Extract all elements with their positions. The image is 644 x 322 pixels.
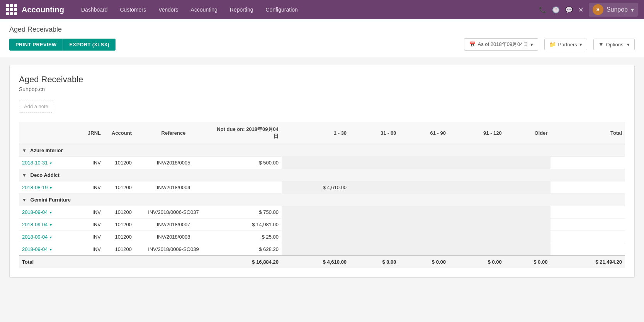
row-31-60 bbox=[350, 181, 399, 194]
group-toggle-deco[interactable]: ▼ bbox=[22, 173, 27, 178]
date-link[interactable]: 2018-09-04 bbox=[22, 209, 48, 215]
row-jrnl: INV bbox=[81, 181, 104, 194]
col-header-31-60: 31 - 60 bbox=[350, 122, 399, 144]
row-91-120 bbox=[449, 181, 505, 194]
row-jrnl: INV bbox=[81, 206, 104, 219]
options-filter[interactable]: ▼ Options: ▾ bbox=[593, 39, 635, 50]
calendar-icon: 📅 bbox=[469, 41, 476, 47]
row-31-60 bbox=[350, 231, 399, 243]
date-link[interactable]: 2018-08-19 bbox=[22, 185, 48, 190]
group-row-azure: ▼ Azure Interior bbox=[19, 144, 625, 157]
date-dropdown-icon[interactable]: ▾ bbox=[50, 223, 52, 227]
row-date: 2018-09-04 ▾ bbox=[19, 206, 81, 219]
row-not-due: $ 500.00 bbox=[212, 157, 282, 169]
date-dropdown-icon[interactable]: ▾ bbox=[50, 210, 52, 215]
chat-icon[interactable]: 💬 bbox=[565, 6, 573, 14]
date-chevron-icon: ▾ bbox=[530, 42, 533, 47]
row-not-due bbox=[212, 181, 282, 194]
row-91-120 bbox=[449, 243, 505, 256]
partners-filter-label: Partners bbox=[558, 42, 577, 47]
row-older bbox=[505, 243, 551, 256]
nav-dashboard[interactable]: Dashboard bbox=[75, 0, 114, 19]
date-link[interactable]: 2018-09-04 bbox=[22, 234, 48, 240]
row-61-90 bbox=[399, 157, 449, 169]
row-date: 2018-10-31 ▾ bbox=[19, 157, 81, 169]
date-dropdown-icon[interactable]: ▾ bbox=[50, 247, 52, 252]
col-header-reference: Reference bbox=[135, 122, 212, 144]
row-account: 101200 bbox=[104, 157, 135, 169]
col-header-total: Total bbox=[551, 122, 625, 144]
nav-configuration[interactable]: Configuration bbox=[260, 0, 304, 19]
group-toggle-gemini[interactable]: ▼ bbox=[22, 197, 27, 203]
close-icon[interactable]: ✕ bbox=[578, 6, 583, 14]
total-row: Total $ 16,884.20 $ 4,610.00 $ 0.00 $ 0.… bbox=[19, 256, 625, 268]
date-link[interactable]: 2018-10-31 bbox=[22, 160, 48, 166]
row-reference: INV/2018/0009-SO039 bbox=[135, 243, 212, 256]
group-row-deco: ▼ Deco Addict bbox=[19, 169, 625, 181]
partners-filter[interactable]: 📁 Partners ▾ bbox=[544, 39, 587, 50]
date-dropdown-icon[interactable]: ▾ bbox=[50, 235, 52, 239]
date-filter[interactable]: 📅 As of 2018年09月04日 ▾ bbox=[464, 38, 538, 51]
nav-customers[interactable]: Customers bbox=[114, 0, 153, 19]
total-1-30: $ 4,610.00 bbox=[282, 256, 350, 268]
row-31-60 bbox=[350, 157, 399, 169]
nav-vendors[interactable]: Vendors bbox=[152, 0, 184, 19]
row-reference: INV/2018/0007 bbox=[135, 219, 212, 231]
nav-accounting[interactable]: Accounting bbox=[185, 0, 224, 19]
page-header: Aged Receivable PRINT PREVIEW EXPORT (XL… bbox=[0, 19, 644, 57]
row-total bbox=[551, 243, 625, 256]
date-link[interactable]: 2018-09-04 bbox=[22, 222, 48, 227]
row-reference: INV/2018/0008 bbox=[135, 231, 212, 243]
row-reference: INV/2018/0006-SO037 bbox=[135, 206, 212, 219]
date-filter-label: As of 2018年09月04日 bbox=[478, 41, 528, 48]
toolbar: PRINT PREVIEW EXPORT (XLSX) 📅 As of 2018… bbox=[9, 38, 635, 51]
col-header-61-90: 61 - 90 bbox=[399, 122, 449, 144]
row-total bbox=[551, 157, 625, 169]
table-row: 2018-09-04 ▾ INV 101200 INV/2018/0009-SO… bbox=[19, 243, 625, 256]
nav-reporting[interactable]: Reporting bbox=[224, 0, 260, 19]
row-older bbox=[505, 231, 551, 243]
row-older bbox=[505, 206, 551, 219]
clock-icon[interactable]: 🕐 bbox=[552, 6, 560, 14]
row-reference: INV/2018/0005 bbox=[135, 157, 212, 169]
row-not-due: $ 750.00 bbox=[212, 206, 282, 219]
partners-icon: 📁 bbox=[549, 41, 556, 47]
row-31-60 bbox=[350, 243, 399, 256]
row-61-90 bbox=[399, 181, 449, 194]
row-reference: INV/2018/0004 bbox=[135, 181, 212, 194]
total-not-due: $ 16,884.20 bbox=[212, 256, 282, 268]
group-toggle-azure[interactable]: ▼ bbox=[22, 148, 27, 153]
apps-icon[interactable] bbox=[6, 4, 17, 15]
total-61-90: $ 0.00 bbox=[399, 256, 449, 268]
table-row: 2018-10-31 ▾ INV 101200 INV/2018/0005 $ … bbox=[19, 157, 625, 169]
row-account: 101200 bbox=[104, 231, 135, 243]
user-menu[interactable]: S Sunpop ▾ bbox=[589, 3, 638, 17]
col-header-91-120: 91 - 120 bbox=[449, 122, 505, 144]
row-91-120 bbox=[449, 231, 505, 243]
toolbar-right: 📅 As of 2018年09月04日 ▾ 📁 Partners ▾ ▼ Opt… bbox=[464, 38, 635, 51]
total-91-120: $ 0.00 bbox=[449, 256, 505, 268]
avatar: S bbox=[593, 4, 603, 15]
row-31-60 bbox=[350, 206, 399, 219]
col-header-account: Account bbox=[104, 122, 135, 144]
row-account: 101200 bbox=[104, 243, 135, 256]
nav-icons: 📞 🕐 💬 ✕ S Sunpop ▾ bbox=[539, 3, 638, 17]
row-1-30 bbox=[282, 157, 350, 169]
group-name-deco: ▼ Deco Addict bbox=[19, 169, 625, 181]
print-preview-button[interactable]: PRINT PREVIEW bbox=[9, 39, 63, 51]
row-older bbox=[505, 219, 551, 231]
partners-chevron-icon: ▾ bbox=[579, 42, 582, 47]
phone-icon[interactable]: 📞 bbox=[539, 6, 547, 14]
add-note[interactable]: Add a note bbox=[19, 100, 53, 113]
row-91-120 bbox=[449, 157, 505, 169]
row-91-120 bbox=[449, 219, 505, 231]
table-row: 2018-09-04 ▾ INV 101200 INV/2018/0007 $ … bbox=[19, 219, 625, 231]
date-link[interactable]: 2018-09-04 bbox=[22, 246, 48, 252]
row-1-30 bbox=[282, 243, 350, 256]
date-dropdown-icon[interactable]: ▾ bbox=[50, 161, 52, 165]
total-grand: $ 21,494.20 bbox=[551, 256, 625, 268]
date-dropdown-icon[interactable]: ▾ bbox=[50, 186, 52, 190]
export-xlsx-button[interactable]: EXPORT (XLSX) bbox=[63, 39, 116, 51]
row-not-due: $ 14,981.00 bbox=[212, 219, 282, 231]
row-total bbox=[551, 231, 625, 243]
